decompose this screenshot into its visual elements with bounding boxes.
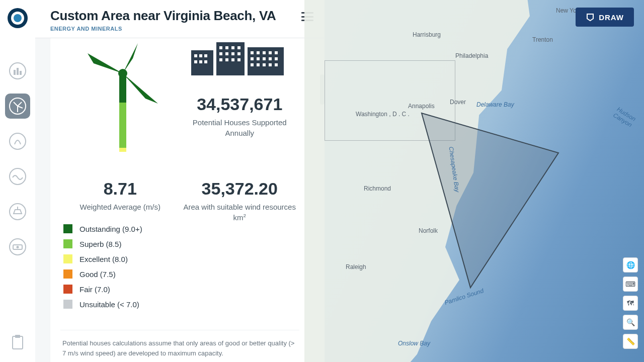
clipboard-icon[interactable] (5, 330, 30, 355)
category-subtitle: ENERGY AND MINERALS (50, 26, 276, 32)
wind-turbine-graphic (80, 43, 160, 159)
svg-rect-33 (219, 46, 222, 49)
weighted-avg-value: 8.71 (60, 179, 180, 199)
app-logo[interactable] (7, 7, 29, 29)
svg-rect-37 (219, 52, 222, 55)
svg-rect-32 (204, 60, 207, 63)
weighted-avg-label: Weighted Average (m/s) (60, 202, 180, 212)
ecology-nav-icon[interactable] (5, 129, 30, 154)
overview-nav-icon[interactable] (5, 58, 30, 83)
svg-rect-55 (251, 63, 254, 66)
city-label: Norfolk (419, 227, 438, 234)
draw-button[interactable]: DRAW (576, 8, 634, 27)
legend-swatch (63, 254, 72, 263)
legend-item: Superb (8.5) (63, 239, 180, 248)
shipping-nav-icon[interactable] (5, 199, 30, 224)
svg-point-17 (17, 246, 19, 248)
svg-point-14 (10, 204, 26, 220)
svg-rect-57 (263, 63, 266, 66)
legend-label: Outstanding (9.0+) (79, 225, 142, 233)
svg-rect-38 (225, 52, 228, 55)
legend-swatch (63, 269, 72, 279)
svg-rect-51 (257, 57, 260, 60)
svg-rect-45 (251, 51, 254, 54)
city-label: Harrisburg (413, 31, 441, 38)
legend-label: Good (7.5) (79, 270, 116, 279)
svg-rect-19 (15, 335, 20, 338)
legend-item: Unsuitable (< 7.0) (63, 300, 180, 309)
svg-rect-18 (13, 336, 23, 349)
svg-rect-31 (199, 60, 202, 63)
svg-point-12 (10, 133, 26, 149)
svg-rect-6 (20, 71, 22, 75)
svg-rect-28 (199, 54, 202, 57)
keyboard-tool-icon[interactable]: ⌨ (623, 277, 638, 292)
globe-tool-icon[interactable]: 🌐 (623, 257, 638, 273)
svg-line-9 (14, 102, 18, 106)
svg-rect-52 (263, 57, 266, 60)
svg-line-10 (18, 102, 22, 106)
draw-polygon-icon (586, 13, 595, 22)
svg-rect-44 (237, 58, 240, 61)
wind-legend: Outstanding (9.0+)Superb (8.5)Excellent … (60, 224, 180, 309)
svg-rect-46 (257, 51, 260, 54)
measure-tool-icon[interactable]: 📏 (623, 334, 638, 349)
svg-rect-43 (231, 58, 234, 61)
area-title: Custom Area near Virginia Beach, VA (50, 8, 276, 24)
svg-point-23 (118, 69, 127, 78)
city-label: Richmond (364, 185, 391, 192)
svg-rect-58 (269, 63, 272, 66)
city-label: Dover (450, 99, 466, 106)
svg-rect-40 (237, 52, 240, 55)
svg-rect-36 (237, 46, 240, 49)
wave-nav-icon[interactable] (5, 164, 30, 189)
legend-label: Unsuitable (< 7.0) (79, 300, 139, 309)
svg-rect-50 (251, 57, 254, 60)
water-label: Hudson Canyon (612, 106, 644, 134)
svg-rect-54 (275, 57, 278, 60)
legend-item: Good (7.5) (63, 269, 180, 279)
city-label: Washington , D . C . (356, 111, 410, 118)
panel-header: Custom Area near Virginia Beach, VA ENER… (35, 0, 325, 38)
water-label: Delaware Bay (476, 101, 514, 108)
city-label: Annapolis (408, 103, 435, 110)
economic-nav-icon[interactable] (5, 234, 30, 259)
footnote-text: Potential houses calculations assume tha… (60, 330, 299, 360)
legend-swatch (63, 239, 72, 248)
wind-energy-nav-icon[interactable] (5, 94, 30, 119)
svg-rect-35 (231, 46, 234, 49)
svg-rect-56 (257, 63, 260, 66)
info-panel: Custom Area near Virginia Beach, VA ENER… (35, 0, 325, 362)
legend-item: Fair (7.0) (63, 285, 180, 294)
svg-rect-39 (231, 52, 234, 55)
water-label: Onslow Bay (398, 340, 430, 347)
area-label: Area with suitable wind resources km2 (180, 202, 300, 223)
city-label: Trenton (532, 36, 553, 43)
legend-item: Outstanding (9.0+) (63, 224, 180, 233)
state-border (325, 60, 455, 141)
svg-rect-29 (204, 54, 207, 57)
legend-item: Excellent (8.0) (63, 254, 180, 263)
area-value: 35,372.20 (180, 179, 300, 199)
legend-label: Superb (8.5) (79, 240, 121, 248)
legend-label: Excellent (8.0) (79, 255, 128, 263)
svg-rect-5 (17, 68, 19, 75)
legend-label: Fair (7.0) (79, 285, 110, 294)
svg-line-11 (18, 106, 23, 108)
city-label: Raleigh (346, 263, 366, 270)
svg-point-13 (10, 168, 26, 185)
buildings-graphic (189, 38, 290, 83)
svg-rect-48 (269, 51, 272, 54)
map-canvas[interactable]: New YorkHarrisburgTrentonPhiladelphiaDov… (325, 0, 644, 362)
search-tool-icon[interactable]: 🔍 (623, 315, 638, 330)
svg-rect-30 (194, 60, 197, 63)
city-label: Philadelphia (455, 52, 488, 59)
houses-label: Potential Houses Supported Annually (180, 117, 300, 138)
svg-rect-41 (219, 58, 222, 61)
legend-swatch (63, 224, 72, 233)
svg-rect-34 (225, 46, 228, 49)
svg-rect-59 (275, 63, 278, 66)
map-tool-stack: 🌐⌨🗺🔍📏 (623, 257, 638, 349)
svg-rect-27 (194, 54, 197, 57)
layers-tool-icon[interactable]: 🗺 (623, 296, 638, 311)
